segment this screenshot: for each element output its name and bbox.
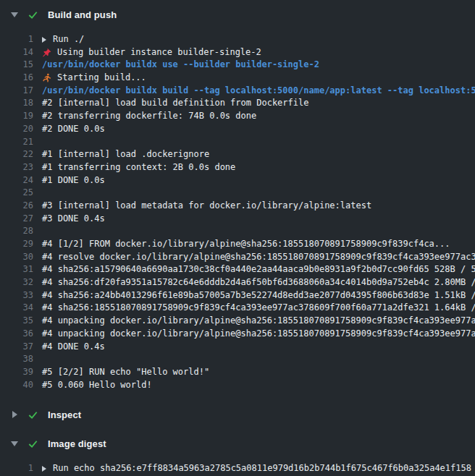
line-number[interactable]: 37 — [0, 341, 33, 354]
line-number[interactable]: 27 — [0, 213, 33, 226]
runner-icon — [42, 73, 52, 82]
step-header[interactable]: Build and push — [0, 0, 475, 29]
line-text: Starting build... — [33, 72, 475, 85]
line-text: /usr/bin/docker buildx use --builder bui… — [33, 59, 475, 72]
line-text-content: #1 DONE 0.0s — [42, 174, 105, 187]
log-line: 16 Starting build... — [0, 72, 475, 85]
line-text: Run ./ — [33, 33, 475, 46]
log-line: 21 — [0, 136, 475, 149]
step-section-image-digest: Image digest 1 Run echo sha256:e7ff8834a… — [0, 429, 475, 476]
line-text: #5 [2/2] RUN echo "Hello world!" — [33, 366, 475, 379]
log-line: 28 — [0, 225, 475, 238]
line-number[interactable]: 33 — [0, 289, 33, 302]
line-text-content: #4 sha256:a24bb4013296f61e89ba57005a7b3e… — [42, 289, 475, 302]
line-text-content: #5 [2/2] RUN echo "Hello world!" — [42, 366, 209, 379]
log-line: 22 #1 [internal] load .dockerignore — [0, 148, 475, 161]
line-number[interactable]: 32 — [0, 276, 33, 289]
line-text: #3 [internal] load metadata for docker.i… — [33, 200, 475, 213]
log-line: 20 #2 DONE 0.0s — [0, 123, 475, 136]
line-text-content: /usr/bin/docker buildx use --builder bui… — [42, 59, 319, 72]
line-number[interactable]: 40 — [0, 379, 33, 392]
line-number[interactable]: 18 — [0, 97, 33, 110]
log-line: 27 #3 DONE 0.4s — [0, 213, 475, 226]
line-text-content: Starting build... — [57, 72, 146, 85]
line-number[interactable]: 21 — [0, 136, 33, 149]
log-line: 29 #4 [1/2] FROM docker.io/library/alpin… — [0, 238, 475, 251]
chevron-right-icon[interactable] — [10, 411, 19, 418]
log-line: 31 #4 sha256:a15790640a6690aa1730c38cf0a… — [0, 263, 475, 276]
step-header[interactable]: Image digest — [0, 429, 475, 458]
line-text-content: #1 [internal] load .dockerignore — [42, 148, 209, 161]
log-line: 18 #2 [internal] load build definition f… — [0, 97, 475, 110]
step-header[interactable]: Inspect — [0, 400, 475, 429]
line-number[interactable]: 39 — [0, 366, 33, 379]
chevron-down-icon[interactable] — [10, 441, 19, 446]
expand-group-arrow-icon[interactable] — [42, 37, 46, 43]
line-number[interactable]: 19 — [0, 110, 33, 123]
log-line: 19 #2 transferring dockerfile: 74B 0.0s … — [0, 110, 475, 123]
log-line: 17 /usr/bin/docker buildx build --tag lo… — [0, 85, 475, 98]
line-number[interactable]: 16 — [0, 72, 33, 85]
line-text-content: #2 transferring dockerfile: 74B 0.0s don… — [42, 110, 256, 123]
expand-group-arrow-icon[interactable] — [42, 466, 46, 472]
step-log-lines: 1 Run echo sha256:e7ff8834a5963a2785c5a0… — [0, 458, 475, 476]
line-text: #4 unpacking docker.io/library/alpine@sh… — [33, 315, 475, 328]
line-number[interactable]: 17 — [0, 85, 33, 98]
line-number[interactable]: 20 — [0, 123, 33, 136]
line-number[interactable]: 28 — [0, 225, 33, 238]
line-number[interactable]: 1 — [0, 33, 33, 46]
line-text: Run echo sha256:e7ff8834a5963a2785c5a081… — [33, 462, 475, 475]
actions-log-viewer: Build and push 1 Run ./ 14 Using builder… — [0, 0, 475, 476]
line-number[interactable]: 36 — [0, 328, 33, 341]
line-text: #4 sha256:185518070891758909c9f839cf4ca3… — [33, 302, 475, 315]
line-number[interactable]: 30 — [0, 251, 33, 264]
line-number[interactable]: 38 — [0, 353, 33, 366]
log-line: 38 — [0, 353, 475, 366]
line-text-content: #2 [internal] load build definition from… — [42, 97, 308, 110]
log-line: 39 #5 [2/2] RUN echo "Hello world!" — [0, 366, 475, 379]
log-line: 34 #4 sha256:185518070891758909c9f839cf4… — [0, 302, 475, 315]
line-text: #5 0.060 Hello world! — [33, 379, 475, 392]
line-number[interactable]: 29 — [0, 238, 33, 251]
line-text-content: #2 DONE 0.0s — [42, 123, 105, 136]
line-text: #4 sha256:df20fa9351a15782c64e6dddb2d4a6… — [33, 276, 475, 289]
line-number[interactable]: 22 — [0, 148, 33, 161]
line-number[interactable]: 35 — [0, 315, 33, 328]
line-text-content: #5 0.060 Hello world! — [42, 379, 152, 392]
line-number[interactable]: 31 — [0, 263, 33, 276]
line-number[interactable]: 14 — [0, 46, 33, 59]
line-number[interactable]: 25 — [0, 187, 33, 200]
log-line: 40 #5 0.060 Hello world! — [0, 379, 475, 392]
line-text: #4 sha256:a15790640a6690aa1730c38cf0a440… — [33, 263, 475, 276]
step-title: Inspect — [48, 409, 81, 420]
line-number[interactable]: 15 — [0, 59, 33, 72]
line-number[interactable]: 1 — [0, 462, 33, 475]
log-line: 36 #4 unpacking docker.io/library/alpine… — [0, 328, 475, 341]
line-text — [33, 187, 475, 200]
line-text — [33, 353, 475, 366]
line-text-content: Run ./ — [53, 33, 84, 46]
line-text-content: #4 unpacking docker.io/library/alpine@sh… — [42, 315, 475, 328]
log-line: 33 #4 sha256:a24bb4013296f61e89ba57005a7… — [0, 289, 475, 302]
line-number[interactable]: 34 — [0, 302, 33, 315]
line-text: #2 transferring dockerfile: 74B 0.0s don… — [33, 110, 475, 123]
log-line: 15 /usr/bin/docker buildx use --builder … — [0, 59, 475, 72]
line-text: #4 resolve docker.io/library/alpine@sha2… — [33, 251, 475, 264]
line-text: #4 unpacking docker.io/library/alpine@sh… — [33, 328, 475, 341]
line-number[interactable]: 26 — [0, 200, 33, 213]
line-text: #3 DONE 0.4s — [33, 213, 475, 226]
line-number[interactable]: 24 — [0, 174, 33, 187]
line-text-content: Run echo sha256:e7ff8834a5963a2785c5a081… — [53, 462, 471, 475]
line-text-content: #4 sha256:df20fa9351a15782c64e6dddb2d4a6… — [42, 276, 475, 289]
chevron-down-icon[interactable] — [10, 12, 19, 17]
line-text: #2 [internal] load build definition from… — [33, 97, 475, 110]
step-title: Build and push — [48, 9, 117, 20]
line-number[interactable]: 23 — [0, 161, 33, 174]
check-icon — [28, 438, 39, 449]
line-text: #1 transferring context: 2B 0.0s done — [33, 161, 475, 174]
log-line: 37 #4 DONE 0.4s — [0, 341, 475, 354]
log-line: 26 #3 [internal] load metadata for docke… — [0, 200, 475, 213]
log-line: 23 #1 transferring context: 2B 0.0s done — [0, 161, 475, 174]
log-line: 30 #4 resolve docker.io/library/alpine@s… — [0, 251, 475, 264]
step-section-inspect: Inspect — [0, 400, 475, 429]
